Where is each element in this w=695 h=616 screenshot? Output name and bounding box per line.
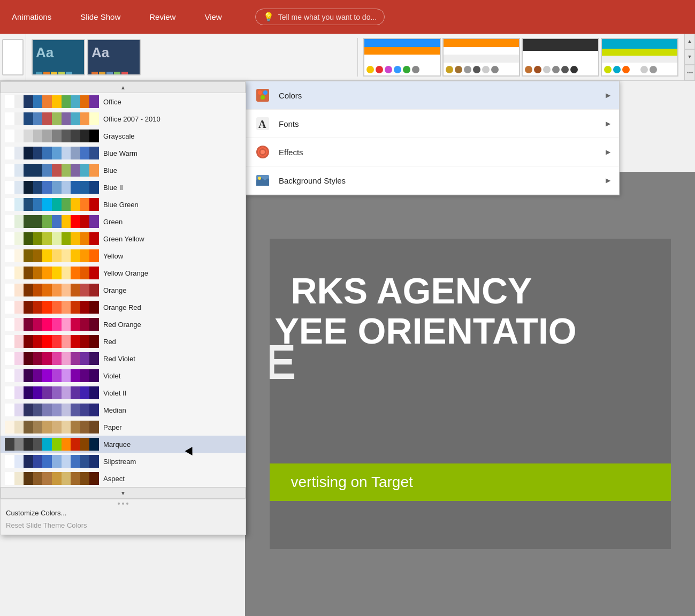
- scheme-item-office[interactable]: Office: [1, 93, 246, 110]
- swatch: [89, 318, 99, 331]
- swatch: [80, 198, 90, 211]
- theme-swatch-2[interactable]: [442, 38, 520, 77]
- swatch: [52, 455, 62, 468]
- swatch: [52, 369, 62, 382]
- swatch: [24, 112, 33, 125]
- scheme-swatches: [5, 352, 99, 365]
- swatch: [24, 232, 33, 245]
- menu-item-background[interactable]: Background Styles ▶: [246, 166, 619, 195]
- swatch: [89, 215, 99, 228]
- swatch: [14, 284, 24, 296]
- swatch: [5, 95, 14, 108]
- scheme-item-red[interactable]: Red: [1, 333, 246, 350]
- slide-subtitle: vertising on Target: [291, 474, 413, 491]
- scheme-label: Blue Warm: [103, 149, 138, 157]
- swatch: [5, 404, 14, 416]
- tab-animations[interactable]: Animations: [5, 8, 58, 26]
- swatch: [52, 181, 62, 194]
- customize-colors-link[interactable]: Customize Colors...: [6, 507, 240, 519]
- tab-review[interactable]: Review: [143, 8, 182, 26]
- right-menu: Colors ▶ A Fonts ▶ Effects ▶: [245, 81, 620, 195]
- slide-content: E RKS AGENCY YEE ORIENTATIO vertising on…: [270, 239, 671, 549]
- swatch: [62, 215, 71, 228]
- scheme-label: Grayscale: [103, 132, 135, 140]
- swatch: [42, 404, 52, 416]
- swatch: [80, 232, 90, 245]
- swatch: [14, 95, 24, 108]
- gallery-scroll-up[interactable]: ▲: [684, 34, 695, 49]
- scheme-item-blue-green[interactable]: Blue Green: [1, 196, 246, 213]
- scheme-item-green-yellow[interactable]: Green Yellow: [1, 230, 246, 247]
- scheme-item-violet-ii[interactable]: Violet II: [1, 384, 246, 401]
- scheme-item-green[interactable]: Green: [1, 213, 246, 230]
- ribbon-bar: Animations Slide Show Review View 💡 Tell…: [0, 0, 695, 34]
- theme-swatch-1[interactable]: [363, 38, 441, 77]
- theme-swatch-3[interactable]: [522, 38, 599, 77]
- scheme-label: Yellow: [103, 252, 123, 260]
- scheme-label: Marquee: [103, 440, 131, 448]
- swatch: [71, 421, 80, 434]
- scheme-item-yellow[interactable]: Yellow: [1, 247, 246, 264]
- tab-view[interactable]: View: [198, 8, 228, 26]
- tab-slideshow[interactable]: Slide Show: [74, 8, 127, 26]
- swatch: [5, 232, 14, 245]
- colors-icon: [254, 87, 271, 104]
- scheme-item-slipstream[interactable]: Slipstream: [1, 453, 246, 470]
- theme-swatch-4[interactable]: [601, 38, 678, 77]
- swatch: [89, 232, 99, 245]
- swatch: [62, 438, 71, 451]
- theme-thumb-blank[interactable]: [2, 39, 24, 75]
- menu-item-effects[interactable]: Effects ▶: [246, 138, 619, 166]
- menu-item-fonts[interactable]: A Fonts ▶: [246, 110, 619, 138]
- scheme-swatches: [5, 267, 99, 279]
- scheme-item-office-2007---2010[interactable]: Office 2007 - 2010: [1, 110, 246, 127]
- background-icon: [254, 172, 271, 189]
- scheme-item-orange-red[interactable]: Orange Red: [1, 299, 246, 316]
- effects-arrow: ▶: [606, 148, 610, 156]
- theme-thumb-2[interactable]: Aa: [87, 39, 141, 75]
- swatch: [42, 472, 52, 485]
- theme-thumb-1[interactable]: Aa: [32, 39, 85, 75]
- scheme-label: Aspect: [103, 475, 125, 483]
- scheme-item-violet[interactable]: Violet: [1, 367, 246, 384]
- swatch: [33, 267, 43, 279]
- scheme-item-grayscale[interactable]: Grayscale: [1, 127, 246, 145]
- scheme-item-red-orange[interactable]: Red Orange: [1, 316, 246, 333]
- swatch: [52, 147, 62, 159]
- swatch: [42, 198, 52, 211]
- scheme-item-blue[interactable]: Blue: [1, 162, 246, 179]
- swatch: [89, 438, 99, 451]
- ribbon-search-box[interactable]: 💡 Tell me what you want to do...: [255, 9, 385, 25]
- swatch: [52, 335, 62, 348]
- swatch: [89, 284, 99, 296]
- scheme-item-blue-warm[interactable]: Blue Warm: [1, 145, 246, 162]
- swatch: [5, 438, 14, 451]
- scheme-item-marquee[interactable]: Marquee: [1, 436, 246, 453]
- swatch: [5, 386, 14, 399]
- swatch: [33, 95, 43, 108]
- swatch: [52, 112, 62, 125]
- main-area: ▲ OfficeOffice 2007 - 2010GrayscaleBlue …: [0, 81, 695, 616]
- swatch: [80, 215, 90, 228]
- svg-point-1: [258, 90, 262, 95]
- swatch: [24, 181, 33, 194]
- scheme-scroll-up[interactable]: ▲: [1, 81, 246, 93]
- scheme-item-aspect[interactable]: Aspect: [1, 470, 246, 487]
- effects-icon: [254, 143, 271, 161]
- scheme-item-median[interactable]: Median: [1, 401, 246, 419]
- scheme-label: Violet: [103, 372, 120, 380]
- scheme-item-yellow-orange[interactable]: Yellow Orange: [1, 264, 246, 282]
- effects-label: Effects: [279, 148, 598, 157]
- swatch: [80, 438, 90, 451]
- menu-item-colors[interactable]: Colors ▶: [246, 81, 619, 110]
- gallery-scroll-down[interactable]: ▼: [684, 49, 695, 65]
- scheme-swatches: [5, 181, 99, 194]
- swatch: [89, 472, 99, 485]
- scheme-item-red-violet[interactable]: Red Violet: [1, 350, 246, 367]
- swatch: [33, 147, 43, 159]
- scheme-scroll-down[interactable]: ▼: [1, 487, 246, 499]
- gallery-scroll-more[interactable]: [684, 65, 695, 81]
- scheme-item-orange[interactable]: Orange: [1, 282, 246, 299]
- scheme-item-blue-ii[interactable]: Blue II: [1, 179, 246, 196]
- scheme-item-paper[interactable]: Paper: [1, 419, 246, 436]
